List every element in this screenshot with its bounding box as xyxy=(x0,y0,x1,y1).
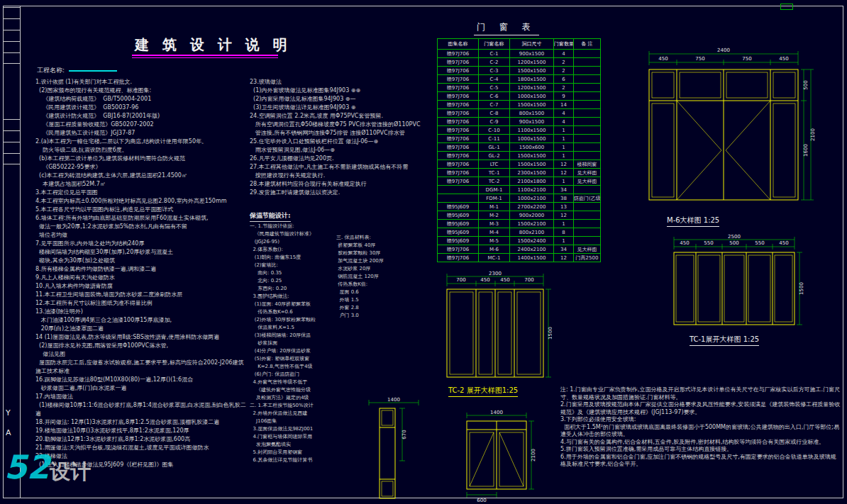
m6-dim-seg2: 750 xyxy=(695,56,704,62)
tc1-dimension-lines xyxy=(674,237,802,325)
m6-dim-right-2: 1600 xyxy=(803,144,809,157)
table-cell: DGM-1 xyxy=(479,186,510,194)
window-table: 图集名称门窗名称洞口尺寸门窗数量备 注 赣97J706C-1900x15004赣… xyxy=(437,38,601,262)
tc1-total-width: 2500 xyxy=(728,234,741,240)
window-table-header-cell: 图集名称 xyxy=(438,39,479,50)
insulation-section-title: 保温节能设计: xyxy=(250,211,291,222)
table-cell: 赣97J706 xyxy=(438,152,479,160)
table-cell: 12 xyxy=(554,160,574,169)
insulation-notes: 一. 1.节能设计依据: 《民用建筑节能设计标准》 (JGJ26-95) 2.体… xyxy=(250,223,333,464)
watermark-text: 设计 xyxy=(50,459,91,483)
axis-label-y: Y xyxy=(6,408,11,418)
table-cell: 赣97J706 xyxy=(438,92,479,101)
table-cell: C-10 xyxy=(479,126,510,135)
m6-dim-seg1: 450 xyxy=(658,56,668,62)
cad-sheet: 建 筑 设 计 说 明 工程名称: 1.设计依据 (1)有关部门对本工程批文. … xyxy=(0,0,847,504)
table-cell xyxy=(574,143,601,152)
table-cell: 见大样图 xyxy=(574,177,601,186)
frame-left-line xyxy=(3,6,4,498)
table-row: 赣97J706C-8800x15004 xyxy=(438,109,601,118)
window-table-header-cell: 门窗数量 xyxy=(554,39,574,50)
table-cell: C-4 xyxy=(479,75,510,84)
table-cell: 1 xyxy=(554,152,574,160)
table-cell: M-1 xyxy=(479,203,510,211)
table-cell: 赣97J706 xyxy=(438,101,479,109)
table-cell: 赣97J706 xyxy=(438,50,479,58)
window-table-header-cell: 洞口尺寸 xyxy=(510,39,554,50)
table-row: 赣97J706C-9900x15004 xyxy=(438,118,601,126)
tc2-dim-seg1: 700 xyxy=(456,277,465,283)
table-cell xyxy=(574,220,601,228)
table-cell: C-11 xyxy=(479,135,510,143)
tc1-dim-seg5: 450 xyxy=(779,240,788,246)
tc2-dim-seg2: 450 xyxy=(480,277,489,283)
table-cell: 赣95J609 xyxy=(438,203,479,211)
table-cell xyxy=(574,109,601,118)
table-cell: 1500x2100 xyxy=(510,220,554,228)
table-cell: 赣97J706 xyxy=(438,245,479,254)
table-cell xyxy=(574,101,601,109)
table-row: 赣97J706C-1900x15004 xyxy=(438,50,601,58)
table-cell: 800x2100 xyxy=(510,228,554,237)
table-cell: 1000x2100 xyxy=(510,194,554,203)
jamb-dimension-lines xyxy=(369,400,419,461)
table-cell: M-3 xyxy=(479,220,510,228)
table-cell: 1000x1500 xyxy=(510,92,554,101)
title-block-signature-cells xyxy=(3,7,21,64)
table-cell: C-7 xyxy=(479,101,510,109)
jamb-section-outline xyxy=(380,408,395,498)
table-cell xyxy=(574,118,601,126)
table-cell: 1500x1500 xyxy=(510,160,554,169)
table-cell: 1 xyxy=(554,143,574,152)
table-cell: 赣97J706 xyxy=(438,118,479,126)
tc1-drawing-label: TC-1展开大样图 1:25 xyxy=(690,335,759,346)
table-cell: 1100x2100 xyxy=(510,186,554,194)
tc2-detail-drawing: 2300 700 450 450 700 1500 xyxy=(438,271,552,395)
window-table-body: 赣97J706C-1900x15004赣97J706C-21200x15002赣… xyxy=(438,50,601,262)
table-cell: 1 xyxy=(554,177,574,186)
table-cell: C-1 xyxy=(479,50,510,58)
table-cell: 赣97J706 xyxy=(438,254,479,262)
table-cell: GL-1 xyxy=(479,143,510,152)
table-cell: 1100x1500 xyxy=(510,126,554,135)
table-row: 赣95J609M-4800x21008 xyxy=(438,228,601,237)
table-row: DGM-11100x210034 xyxy=(438,186,601,194)
table-cell: 赣95J609 xyxy=(438,220,479,228)
table-cell: 赣97J706 xyxy=(438,135,479,143)
m6-total-width: 2400 xyxy=(717,47,730,53)
title-underline-thin xyxy=(132,57,278,58)
tc1-dim-seg3: 500 xyxy=(729,240,738,246)
table-cell xyxy=(574,228,601,237)
table-cell: 赣97J706 xyxy=(438,75,479,84)
table-cell xyxy=(574,152,601,160)
table-cell: C-2 xyxy=(479,58,510,67)
table-row: 赣95J609M-2900x200012 xyxy=(438,211,601,220)
project-name-row: 工程名称: xyxy=(37,66,117,75)
table-cell: 4 xyxy=(554,109,574,118)
table-cell xyxy=(574,67,601,75)
table-row: 赣97J706LTC1500x150012楼梯间窗 xyxy=(438,160,601,169)
table-cell xyxy=(574,186,601,194)
watermark-number: 52 xyxy=(4,448,50,486)
table-cell: 2 xyxy=(554,67,574,75)
table-row: 赣97J706GL-21500x15001 xyxy=(438,152,601,160)
m6-window-outline xyxy=(649,69,798,200)
table-row: 赣97J706C-111000x15001 xyxy=(438,135,601,143)
tc1-dim-seg1: 450 xyxy=(680,240,689,246)
table-cell: 12 xyxy=(554,211,574,220)
tc2-dim-right: 1500 xyxy=(548,327,552,340)
m6-detail-drawing: 2400 450 750 750 450 500 1600 2100 xyxy=(631,45,816,223)
table-cell: 2 xyxy=(554,58,574,67)
tc2-window-outline xyxy=(447,289,543,377)
table-cell: 赣95J609 xyxy=(438,237,479,245)
table-cell: 13 xyxy=(554,203,574,211)
table-cell: 1500x2400 xyxy=(510,237,554,245)
tc2-dim-seg3: 450 xyxy=(500,277,509,283)
table-cell: 1500x1500 xyxy=(510,101,554,109)
tc1-dim-seg2: 550 xyxy=(704,240,713,246)
table-cell: 900x1500 xyxy=(510,50,554,58)
jamb-dim-top: 1400 xyxy=(387,397,400,403)
project-name-blank xyxy=(69,70,117,72)
frame-fold-mark xyxy=(780,4,793,10)
m6-left-leaf-swing xyxy=(677,101,721,200)
